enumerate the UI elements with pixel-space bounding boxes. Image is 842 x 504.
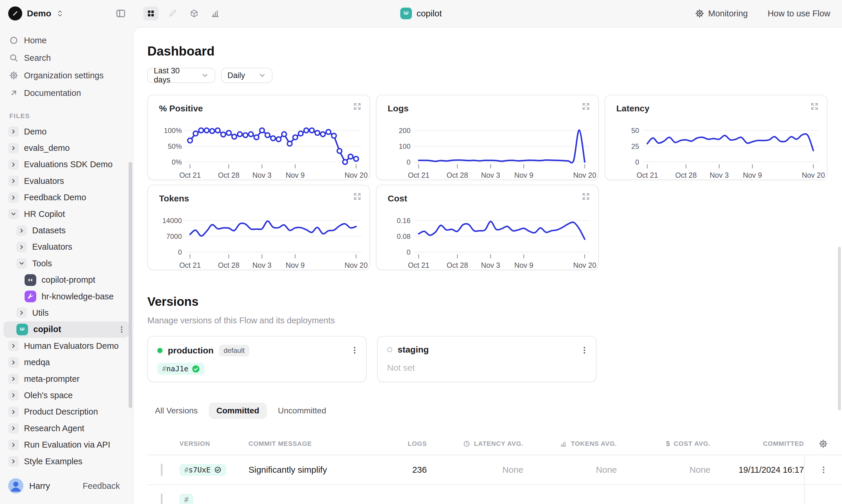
sidebar-item-copilot-prompt[interactable]: copilot-prompt [3,272,129,288]
sidebar-item-utils[interactable]: Utils [3,305,129,321]
chevron-right-icon[interactable] [8,423,19,434]
expand-icon[interactable] [582,102,590,110]
tab-committed[interactable]: Committed [209,402,267,419]
workspace-switcher-icon[interactable] [56,10,64,18]
chart-title: % Positive [159,104,203,113]
kebab-icon [118,325,126,334]
file-label: evals_demo [24,143,70,153]
how-to-use-flow-link[interactable]: How to use Flow [768,9,830,18]
version-pill[interactable]: #s7UxE [180,464,226,476]
grid-tool-button[interactable] [143,6,159,20]
chevron-right-icon[interactable] [16,242,27,252]
chevron-right-icon[interactable] [8,126,19,137]
sidebar-item-demo[interactable]: Demo [3,123,129,140]
sidebar-item-research-agent[interactable]: Research Agent [3,420,129,436]
chevron-right-icon[interactable] [16,226,27,236]
environment-card-staging[interactable]: staging Not set [377,336,596,382]
nav-item-documentation[interactable]: Documentation [5,84,128,102]
environment-card-production[interactable]: production default #naJ1e [147,336,366,382]
column-settings-button[interactable] [804,433,842,455]
sidebar-item-feedback-demo[interactable]: Feedback Demo [3,190,129,206]
svg-text:Oct 21: Oct 21 [408,171,429,179]
row-checkbox[interactable] [161,493,163,504]
main-scrollbar[interactable] [838,247,841,411]
tab-all-versions[interactable]: All Versions [147,402,205,419]
chevron-right-icon[interactable] [8,407,19,417]
chevron-down-icon[interactable] [8,209,19,219]
collapse-sidebar-icon[interactable] [116,8,126,18]
avatar[interactable] [8,478,23,493]
sidebar-item-evaluators[interactable]: Evaluators [3,239,129,255]
row-kebab-menu[interactable] [804,455,842,484]
pencil-tool-button[interactable] [165,6,180,20]
kebab-menu-icon[interactable] [350,346,359,355]
column-header-logs[interactable]: LOGS [374,440,427,448]
sidebar-item-product-description[interactable]: Product Description [3,404,129,420]
date-range-select[interactable]: Last 30 days [147,68,215,83]
nav-item-home[interactable]: Home [5,32,128,49]
sidebar-item-run-evaluation-via-api[interactable]: Run Evaluation via API [3,436,129,453]
chevron-down-icon [201,72,209,79]
nav-item-organization-settings[interactable]: Organization settings [5,67,128,84]
sidebar-item-summarisation[interactable]: Summarisation [3,469,129,471]
bar-chart-tool-button[interactable] [208,6,223,20]
kebab-menu-icon[interactable] [118,325,126,334]
chevron-right-icon[interactable] [8,192,19,203]
workspace-logo[interactable] [8,6,22,20]
row-checkbox[interactable] [161,464,163,476]
column-header-cost-avg-[interactable]: $COST AVG. [617,440,711,448]
sidebar-item-oleh-s-space[interactable]: Oleh's space [3,387,129,403]
sidebar-item-meta-prompter[interactable]: meta-prompter [3,371,129,387]
file-label: Evaluations SDK Demo [24,160,112,169]
table-row[interactable]: # [147,485,842,504]
chevron-right-icon[interactable] [8,390,19,400]
column-header-tokens-avg-[interactable]: TOKENS AVG. [523,440,617,448]
chevron-down-icon[interactable] [16,258,27,269]
sidebar-item-tools[interactable]: Tools [3,255,129,272]
workspace-name[interactable]: Demo [27,8,51,18]
chevron-right-icon[interactable] [8,341,19,351]
chevron-right-icon[interactable] [8,456,19,467]
sidebar-item-copilot[interactable]: copilot [3,321,129,338]
kebab-menu-icon[interactable] [580,346,589,355]
expand-icon[interactable] [810,102,819,110]
svg-text:Nov 20: Nov 20 [573,261,596,269]
expand-icon[interactable] [353,192,361,201]
versions-tabs: All VersionsCommittedUncommitted [147,402,842,419]
sidebar-item-evaluations-sdk-demo[interactable]: Evaluations SDK Demo [3,157,129,173]
chevron-right-icon[interactable] [8,374,19,384]
chevron-right-icon[interactable] [8,176,19,186]
chart-card-latency: Latency50250Oct 21Oct 28Nov 3Nov 9Nov 20 [605,95,827,180]
chevron-right-icon[interactable] [8,143,19,154]
sidebar-item-hr-knowledge-base[interactable]: hr-knowledge-base [3,288,129,305]
monitoring-button[interactable]: Monitoring [695,9,748,18]
sidebar-item-evals-demo[interactable]: evals_demo [3,140,129,156]
column-header-latency-avg-[interactable]: LATENCY AVG. [427,440,523,448]
sidebar-item-human-evaluators-demo[interactable]: Human Evaluators Demo [3,338,129,354]
column-header-committed[interactable]: COMMITTED [711,440,804,448]
sidebar-item-medqa[interactable]: medqa [3,354,129,371]
chevron-right-icon[interactable] [8,159,19,170]
interval-select[interactable]: Daily [221,68,272,83]
svg-text:Oct 28: Oct 28 [447,261,468,269]
table-row[interactable]: #s7UxESignificantly simplify236NoneNoneN… [147,455,842,485]
chevron-right-icon[interactable] [8,357,19,368]
feedback-link[interactable]: Feedback [83,481,120,491]
sidebar-scrollbar[interactable] [129,162,132,408]
column-header-version[interactable]: VERSION [180,440,249,448]
chevron-right-icon[interactable] [16,308,27,318]
sidebar-item-evaluators[interactable]: Evaluators [3,173,129,189]
expand-icon[interactable] [582,192,590,201]
sidebar-item-style-examples[interactable]: Style Examples [3,453,129,469]
sidebar-item-datasets[interactable]: Datasets [3,222,129,238]
row-kebab-menu[interactable] [804,485,842,504]
cube-tool-button[interactable] [186,6,202,20]
column-header-commit-message[interactable]: COMMIT MESSAGE [249,440,374,448]
sidebar-item-hr-copilot[interactable]: HR Copilot [3,206,129,222]
version-pill[interactable]: #naJ1e [157,363,205,375]
nav-item-search[interactable]: Search [5,49,128,67]
version-pill[interactable]: # [180,494,193,504]
chevron-right-icon[interactable] [8,440,19,450]
expand-icon[interactable] [353,102,361,110]
tab-uncommitted[interactable]: Uncommitted [270,402,334,419]
